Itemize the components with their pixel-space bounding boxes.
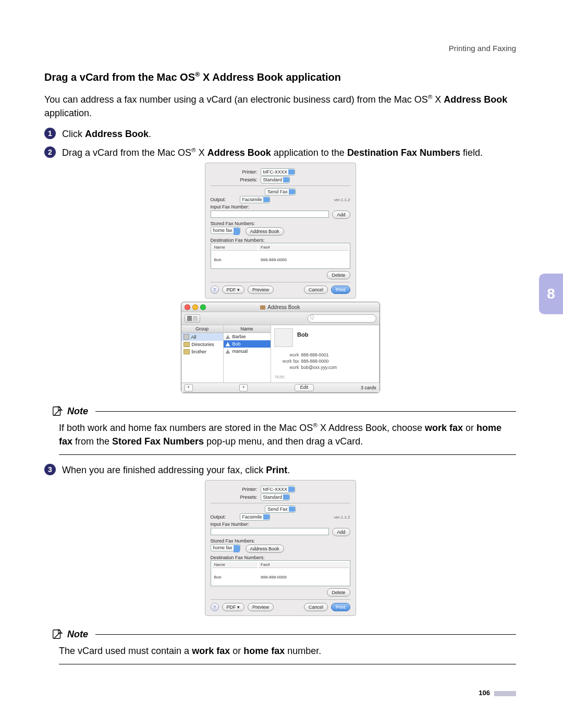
printer-select[interactable]: MFC-XXXX (261, 169, 296, 175)
pane-value: Send Fax (265, 188, 296, 195)
input-fax-field[interactable] (211, 211, 329, 218)
cancel-button[interactable]: Cancel (304, 286, 328, 294)
folder-icon (183, 349, 190, 354)
t: The vCard used must contain a (59, 646, 192, 656)
step-1: 1 Click Address Book. (44, 127, 516, 141)
step-bullet: 3 (44, 464, 56, 475)
stored-fax-select[interactable]: home fax (211, 545, 240, 553)
name-item[interactable]: Barbie (224, 333, 271, 340)
stored-fax-label: Stored Fax Numbers: (211, 221, 255, 226)
intro-mid: X (432, 94, 444, 105)
dest-fax-list[interactable]: Name Fax# Bob 888-888-0000 (211, 560, 350, 586)
add-contact-button[interactable]: + (239, 384, 248, 391)
pane-select[interactable]: Send Fax (265, 506, 296, 512)
table-row[interactable]: Bob 888-888-0000 (212, 569, 349, 585)
t: application to the (271, 147, 347, 158)
pdf-button[interactable]: PDF ▾ (222, 286, 245, 294)
cancel-button[interactable]: Cancel (304, 603, 328, 611)
print-button[interactable]: Print (331, 603, 350, 611)
col-head-name: Name (224, 325, 271, 333)
note-body: If both work and home fax numbers are st… (59, 421, 516, 455)
pane-select[interactable]: Send Fax (265, 189, 296, 195)
address-book-button[interactable]: Address Book (246, 227, 284, 236)
svg-rect-2 (53, 407, 60, 416)
screenshot-sendfax-2: Printer: MFC-XXXX Presets: Standard Send… (44, 480, 516, 616)
group-item-all[interactable]: All (181, 333, 223, 341)
group-label: brother (192, 349, 207, 354)
note-1: Note If both work and home fax numbers a… (52, 405, 516, 455)
step-3: 3 When you are finished addressing your … (44, 463, 516, 477)
preview-button[interactable]: Preview (248, 603, 274, 611)
table-row[interactable]: Bob 888-888-0000 (212, 252, 349, 267)
address-book-window: Address Book Group All Directories broth… (181, 302, 380, 393)
t: or (463, 423, 476, 433)
ab-toolbar (181, 312, 380, 325)
preview-button[interactable]: Preview (248, 286, 274, 294)
add-button[interactable]: Add (332, 211, 350, 219)
output-select[interactable]: Facsimile (240, 514, 270, 520)
print-button[interactable]: Print (331, 286, 350, 294)
address-book-button[interactable]: Address Book (246, 545, 284, 553)
group-label: Directories (192, 342, 214, 347)
name-item[interactable]: manual (224, 348, 271, 355)
card-line-label: work (275, 352, 299, 357)
name-item-selected[interactable]: Bob (224, 340, 271, 348)
view-toggle-button[interactable] (185, 314, 200, 323)
print-dialog: Printer: MFC-XXXX Presets: Standard Send… (205, 480, 356, 616)
t: pop-up menu, and then drag a vCard. (204, 436, 363, 447)
delete-button[interactable]: Delete (327, 271, 350, 279)
group-item-directories[interactable]: Directories (181, 341, 223, 348)
edit-button[interactable]: Edit (295, 384, 314, 391)
name-label: Barbie (232, 334, 246, 339)
printer-select[interactable]: MFC-XXXX (261, 486, 296, 492)
printer-value: MFC-XXXX (261, 486, 296, 493)
presets-value: Standard (261, 493, 290, 501)
help-button[interactable]: ? (211, 603, 219, 611)
stored-fax-select[interactable]: home fax (211, 227, 240, 236)
t-bold: Address Book (85, 129, 149, 139)
card-line: workbob@xxx.yyy.com (275, 365, 375, 370)
t: . (287, 465, 290, 475)
stored-fax-label: Stored Fax Numbers: (211, 538, 255, 544)
reg-mark: ® (313, 422, 317, 428)
minimize-icon[interactable] (192, 304, 198, 310)
t-bold: Print (266, 465, 287, 475)
page-number: 106 (479, 689, 516, 697)
step-text: Click Address Book. (62, 127, 516, 141)
col-fax: Fax# (259, 244, 348, 251)
presets-select[interactable]: Standard (261, 494, 290, 500)
heading-post: X Address Book application (200, 71, 341, 83)
t-bold: Destination Fax Numbers (347, 147, 460, 158)
presets-select[interactable]: Standard (261, 177, 290, 183)
group-item-brother[interactable]: brother (181, 348, 223, 355)
zoom-icon[interactable] (200, 304, 206, 310)
search-input[interactable] (308, 314, 376, 323)
output-select[interactable]: Facsimile (240, 196, 270, 203)
group-label: All (191, 335, 197, 340)
output-value: Facsimile (240, 196, 270, 203)
help-button[interactable]: ? (211, 286, 219, 294)
input-fax-field[interactable] (211, 528, 329, 535)
cell-name: Bob (212, 569, 258, 585)
card-line: work fax888-888-0000 (275, 359, 375, 364)
note-label: Note (67, 629, 88, 640)
pdf-button[interactable]: PDF ▾ (222, 603, 245, 611)
add-group-button[interactable]: + (185, 384, 193, 391)
close-icon[interactable] (185, 304, 190, 310)
step-text: Drag a vCard from the Mac OS® X Address … (62, 146, 516, 159)
note-rule (95, 411, 516, 412)
note-icon (52, 405, 63, 417)
note-body: The vCard used must contain a work fax o… (59, 644, 516, 664)
title-text: Address Book (267, 304, 300, 310)
intro-pre: You can address a fax number using a vCa… (44, 94, 428, 105)
heading-pre: Drag a vCard from the Mac OS (44, 71, 195, 83)
card-line-value: bob@xxx.yyy.com (301, 365, 337, 370)
folder-icon (183, 342, 190, 347)
dest-fax-list[interactable]: Name Fax# Bob 888-888-0000 (211, 243, 350, 269)
reg-mark: ® (191, 146, 196, 153)
ab-status-bar: + + Edit 3 cards (181, 382, 380, 392)
group-column: Group All Directories brother (181, 325, 224, 382)
add-button[interactable]: Add (332, 528, 350, 536)
dest-fax-label: Destination Fax Numbers: (211, 238, 265, 243)
delete-button[interactable]: Delete (327, 588, 350, 597)
